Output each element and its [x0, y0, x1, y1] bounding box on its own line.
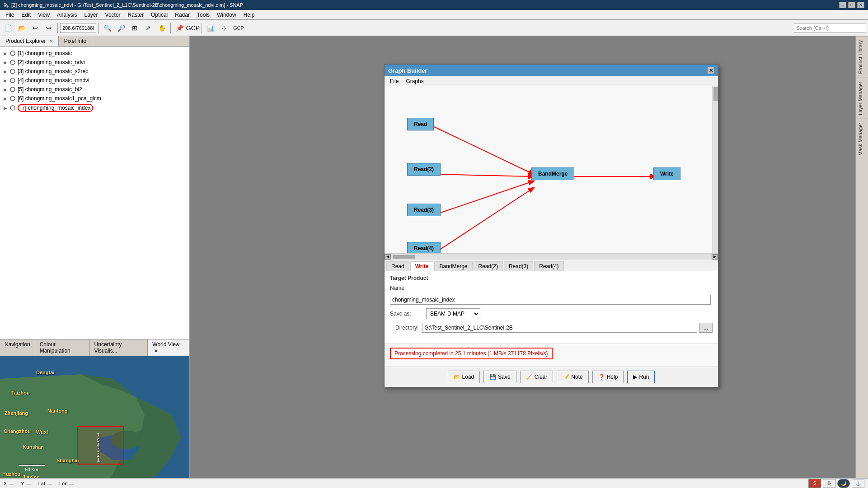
action-buttons: 📂 Load 💾 Save 🧹 Clear 📝 Note ❓ Hel — [385, 367, 718, 387]
menu-view[interactable]: View — [34, 11, 53, 19]
node-read2[interactable]: Read(2) — [407, 163, 441, 176]
tree-expand-5[interactable]: ▶ — [4, 87, 9, 92]
help-button[interactable]: ❓ Help — [592, 371, 624, 383]
tree-expand-6[interactable]: ▶ — [4, 96, 9, 101]
tab-world-view[interactable]: World View ✕ — [148, 339, 189, 356]
node-bandmerge[interactable]: BandMerge — [531, 167, 574, 180]
node-read3[interactable]: Read(3) — [407, 204, 441, 216]
menu-help[interactable]: Help — [240, 11, 258, 19]
gcp-button[interactable]: GCP — [187, 22, 199, 34]
dialog-menu-file[interactable]: File — [386, 77, 402, 85]
scatter-button[interactable]: ⊹ — [218, 22, 230, 34]
open-button[interactable]: 📂 — [15, 22, 28, 34]
undo-button[interactable]: ↩ — [29, 22, 42, 34]
world-view-close[interactable]: ✕ — [154, 349, 158, 353]
tree-expand-7[interactable]: ▶ — [4, 106, 9, 111]
node-read[interactable]: Read — [407, 118, 434, 130]
graph-scrollbar-h[interactable]: ◀ ▶ — [385, 253, 718, 260]
run-icon: ▶ — [633, 374, 637, 380]
new-button[interactable]: 📄 — [2, 22, 14, 34]
sidebar-layer-manager[interactable]: Layer Manager — [856, 78, 868, 119]
menu-analysis[interactable]: Analysis — [53, 11, 81, 19]
menu-radar[interactable]: Radar — [171, 11, 193, 19]
node-write[interactable]: Write — [653, 167, 680, 180]
save-as-select[interactable]: BEAM-DIMAP GeoTIFF NetCDF — [426, 308, 480, 319]
name-input[interactable]: chongming_mosaic_index — [390, 295, 711, 305]
tree-expand-4[interactable]: ▶ — [4, 78, 9, 83]
tab-close-product-explorer[interactable]: ✕ — [49, 39, 53, 44]
tree-expand-1[interactable]: ▶ — [4, 51, 9, 56]
graph-canvas[interactable]: Read Read(2) Read(3) Read(4) BandMerge W… — [385, 86, 718, 253]
product-icon-4 — [9, 77, 16, 84]
redo-button[interactable]: ↪ — [42, 22, 55, 34]
graph-scrollbar-v[interactable] — [713, 86, 718, 253]
tree-item-5[interactable]: ▶ [5] chongming_mosaic_bi2 — [2, 85, 188, 94]
profile-button[interactable]: 📊 — [204, 22, 217, 34]
bottom-icon-1[interactable]: S — [808, 479, 821, 488]
tree-label-6: [6] chongming_mosaic1_pca_glcm — [18, 95, 101, 102]
zoom-in-button[interactable]: 🔍 — [101, 22, 114, 34]
tab-bandmerge[interactable]: BandMerge — [434, 261, 472, 271]
clear-button[interactable]: 🧹 Clear — [520, 371, 554, 383]
menu-layer[interactable]: Layer — [81, 11, 102, 19]
node-read4[interactable]: Read(4) — [407, 242, 441, 253]
minimize-button[interactable]: ─ — [839, 2, 846, 8]
tab-colour-manipulation[interactable]: Colour Manipulation — [35, 339, 90, 356]
tab-read[interactable]: Read — [386, 261, 409, 271]
browse-button[interactable]: ... — [699, 323, 713, 333]
pan-button[interactable]: ✋ — [155, 22, 168, 34]
tab-navigation[interactable]: Navigation — [0, 339, 35, 356]
target-product-label: Target Product — [390, 275, 713, 281]
tree-expand-2[interactable]: ▶ — [4, 60, 9, 65]
tab-write[interactable]: Write — [410, 261, 434, 271]
save-button[interactable]: 💾 Save — [483, 371, 516, 383]
tree-item-7[interactable]: ▶ [7] chongming_mosaic_index — [2, 103, 188, 113]
maximize-button[interactable]: □ — [848, 2, 855, 8]
sidebar-product-library[interactable]: Product Library — [856, 36, 868, 78]
run-button[interactable]: ▶ Run — [627, 371, 655, 383]
bottom-icon-3[interactable]: 🌙 — [837, 479, 850, 488]
close-button[interactable]: ✕ — [857, 2, 864, 8]
tree-expand-3[interactable]: ▶ — [4, 69, 9, 74]
scroll-left-button[interactable]: ◀ — [385, 254, 391, 260]
tab-read2[interactable]: Read(2) — [474, 261, 503, 271]
sep4 — [202, 23, 202, 33]
menu-optical[interactable]: Optical — [147, 11, 171, 19]
note-button[interactable]: 📝 Note — [557, 371, 588, 383]
tab-uncertainty[interactable]: Uncertainty Visualis... — [90, 339, 148, 356]
sep2 — [99, 23, 99, 33]
tree-item-6[interactable]: ▶ [6] chongming_mosaic1_pca_glcm — [2, 94, 188, 103]
bottom-icon-4[interactable]: ⚓ — [852, 479, 864, 488]
dialog-close-button[interactable]: ✕ — [707, 67, 714, 74]
load-button[interactable]: 📂 Load — [448, 371, 480, 383]
menu-file[interactable]: File — [2, 11, 18, 19]
fit-button[interactable]: ⊞ — [128, 22, 141, 34]
tab-read3[interactable]: Read(3) — [504, 261, 533, 271]
scroll-thumb-h[interactable] — [393, 255, 415, 259]
zoom-out-button[interactable]: 🔎 — [115, 22, 127, 34]
menu-edit[interactable]: Edit — [18, 11, 34, 19]
app-icon: 🛰 — [4, 2, 9, 8]
search-input[interactable] — [794, 23, 866, 33]
dialog-menu-graphs[interactable]: Graphs — [402, 77, 427, 85]
sidebar-mask-manager[interactable]: Mask Manager — [856, 119, 868, 159]
menu-window[interactable]: Window — [213, 11, 240, 19]
tree-item-4[interactable]: ▶ [4] chongming_mosaic_mndvi — [2, 76, 188, 85]
directory-input[interactable]: G:\Test_Sentinel_2_L1C\Sentinel-2B — [422, 323, 697, 333]
bottom-icon-2[interactable]: 英 — [823, 479, 835, 488]
pin-button[interactable]: 📌 — [173, 22, 186, 34]
coord-input[interactable]: 208.6/7601880 — [60, 23, 96, 33]
product-icon-5 — [9, 86, 16, 93]
menu-vector[interactable]: Vector — [102, 11, 124, 19]
tree-item-3[interactable]: ▶ [3] chongming_mosaic_s2rep — [2, 67, 188, 76]
scroll-thumb-v[interactable] — [713, 87, 718, 101]
tab-read4[interactable]: Read(4) — [534, 261, 563, 271]
tab-pixel-info[interactable]: Pixel Info — [59, 36, 92, 46]
tab-product-explorer[interactable]: Product Explorer ✕ — [0, 36, 59, 46]
tree-item-2[interactable]: ▶ [2] chongming_mosaic_ndvi — [2, 58, 188, 67]
tree-item-1[interactable]: ▶ [1] chongming_mosaic — [2, 49, 188, 58]
select-button[interactable]: ↗ — [142, 22, 155, 34]
menu-tools[interactable]: Tools — [193, 11, 213, 19]
scroll-right-button[interactable]: ▶ — [712, 254, 718, 260]
menu-raster[interactable]: Raster — [124, 11, 147, 19]
